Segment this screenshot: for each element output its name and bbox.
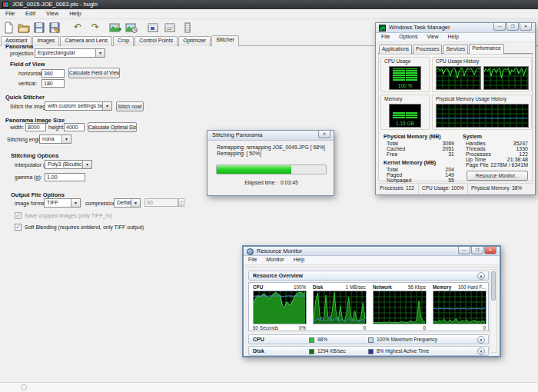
stat-value: 31 <box>422 151 454 157</box>
quality-spinner[interactable]: ▲▼ <box>178 198 184 207</box>
fov-vertical-input[interactable]: 180 <box>42 79 65 88</box>
remapping-line-1: Remapping: remapping JOE_0049.JPG [ 68%] <box>217 145 325 150</box>
menu-view[interactable]: View <box>422 33 443 40</box>
width-input[interactable]: 8000 <box>25 123 46 131</box>
add-images-icon[interactable] <box>109 22 121 34</box>
close-icon[interactable]: ✕ <box>484 247 496 254</box>
maximize-icon[interactable]: ❐ <box>471 247 483 254</box>
status-icon <box>21 384 27 390</box>
compression-select[interactable]: Deflate <box>114 198 141 208</box>
tab-optimizer[interactable]: Optimizer <box>178 36 211 46</box>
panorama-heading: Panorama <box>5 43 33 50</box>
memory-history-groupbox: Physical Memory Usage History <box>432 95 532 130</box>
gamma-input[interactable]: 1.00 <box>45 173 85 181</box>
status-processes: Processes: 122 <box>377 184 419 194</box>
expand-icon[interactable]: ▼ <box>477 347 485 355</box>
tab-crop[interactable]: Crop <box>113 36 134 46</box>
minimize-icon[interactable]: — <box>458 247 470 254</box>
stat-value: 149 <box>422 172 454 178</box>
stitch-now-button[interactable]: Stitch now! <box>116 101 144 111</box>
graph-cpu-name: CPU <box>253 284 263 290</box>
kernel-memory-heading: Kernel Memory (MB) <box>384 160 436 165</box>
save-icon[interactable] <box>33 22 45 34</box>
quality-input[interactable]: 90 <box>144 198 178 207</box>
projection-select[interactable]: Equirectangular <box>35 48 105 58</box>
redo-icon[interactable]: ↷ <box>89 22 101 34</box>
fov-heading: Field of View <box>10 61 45 68</box>
expand-icon[interactable]: ▼ <box>477 336 485 344</box>
calculate-fov-button[interactable]: Calculate Field of View <box>68 68 120 78</box>
network-overview-graph <box>373 291 427 324</box>
save-as-icon[interactable] <box>48 22 61 34</box>
maximize-icon[interactable]: ❐ <box>506 23 519 31</box>
stitch-progress-fill <box>217 165 291 174</box>
save-cropped-checkbox[interactable] <box>15 212 22 219</box>
interpolator-select[interactable]: Poly3 (Bicubic) <box>45 160 92 169</box>
tab-stitcher[interactable]: Stitcher <box>211 35 239 46</box>
tab-images[interactable]: Images <box>32 36 59 46</box>
memory-groupbox: Memory 1.15 GB <box>380 95 430 130</box>
collapse-icon[interactable]: ▲ <box>477 272 485 280</box>
new-project-icon[interactable] <box>2 22 15 34</box>
stat-value: 3069 <box>422 141 454 146</box>
menu-help[interactable]: Help <box>289 256 309 263</box>
close-icon[interactable]: ✕ <box>318 131 330 138</box>
compression-label: compression: <box>85 201 118 206</box>
soft-blending-checkbox[interactable] <box>15 224 22 231</box>
open-project-icon[interactable] <box>18 22 30 34</box>
menu-help[interactable]: Help <box>64 9 86 18</box>
height-input[interactable]: 4000 <box>64 123 85 131</box>
stat-value: 204 <box>422 167 454 172</box>
menu-monitor[interactable]: Monitor <box>261 256 288 263</box>
menu-edit[interactable]: Edit <box>20 9 41 18</box>
menu-file[interactable]: File <box>0 9 20 18</box>
tab-control-points[interactable]: Control Points <box>134 36 178 46</box>
elapsed-time-value: 0:03:45 <box>281 180 298 185</box>
disk-section-row[interactable]: Disk 1294 KB/sec 8% Highest Active Time … <box>248 346 489 356</box>
cpu-usage-label: CPU Usage <box>384 58 410 64</box>
tab-processes[interactable]: Processes <box>413 45 442 54</box>
quick-stitcher-heading: Quick Stitcher <box>5 94 45 101</box>
calculate-optimal-size-button[interactable]: Calculate Optimal Size <box>88 122 137 132</box>
add-time-series-icon[interactable] <box>125 22 138 34</box>
memory-value: 1.15 GB <box>390 121 420 126</box>
stitch-mode-select[interactable]: with custom settings below ... <box>45 101 112 111</box>
menu-view[interactable]: View <box>41 9 64 18</box>
menu-file[interactable]: File <box>377 33 394 40</box>
image-format-select[interactable]: TIFF <box>44 198 81 208</box>
tab-camera-and-lens[interactable]: Camera and Lens <box>60 36 112 46</box>
undo-icon[interactable]: ↶ <box>71 22 84 34</box>
scrollbar-thumb[interactable] <box>491 271 496 301</box>
minimize-icon[interactable]: — <box>493 23 506 31</box>
tab-services[interactable]: Services <box>443 45 468 54</box>
task-manager-tab-bar: ApplicationsProcessesServicesPerformance… <box>378 44 533 54</box>
menu-file[interactable]: File <box>244 256 261 263</box>
preview-panorama-icon[interactable] <box>147 22 159 34</box>
menu-options[interactable]: Options <box>394 33 422 40</box>
height-label: height: <box>48 125 65 130</box>
resource-monitor-scrollbar[interactable] <box>490 269 497 353</box>
close-icon[interactable]: ✕ <box>520 23 532 31</box>
menu-help[interactable]: Help <box>443 33 463 40</box>
resource-overview-heading: Resource Overview <box>253 273 303 278</box>
control-points-table-icon[interactable] <box>181 22 194 34</box>
cpu-section-row[interactable]: CPU 98% 100% Maximum Frequency ▼ <box>248 334 489 344</box>
cpu-row-label: CPU <box>253 337 264 342</box>
graph-disk-scale: 1 MB/sec <box>332 284 366 290</box>
fast-preview-icon[interactable] <box>164 22 176 34</box>
image-format-label: image format: <box>15 201 48 206</box>
stitching-engine-select[interactable]: nona <box>39 135 71 144</box>
fov-horizontal-input[interactable]: 360 <box>42 69 65 78</box>
stitching-options-heading: Stitching Options <box>11 152 59 159</box>
tab-performance[interactable]: Performance <box>469 44 503 54</box>
resource-overview-header[interactable]: Resource Overview ▲ <box>248 271 489 281</box>
stat-value: 55 <box>422 178 454 183</box>
overview-graphs-panel: CPU 100% 60 Seconds 0% Disk 1 MB/sec 0 N… <box>248 282 489 331</box>
fov-vertical-label: vertical: <box>18 81 37 86</box>
graph-cpu-bottom-left: 60 Seconds <box>253 325 278 331</box>
resource-monitor-button[interactable]: Resource Monitor... <box>467 171 528 181</box>
desktop: JOE_0015-JOE_0063.pto - hugin FileEditVi… <box>0 0 538 392</box>
stat-label: Total <box>387 141 398 146</box>
tab-applications[interactable]: Applications <box>379 45 412 54</box>
cpu-history-graph-1 <box>436 66 481 90</box>
